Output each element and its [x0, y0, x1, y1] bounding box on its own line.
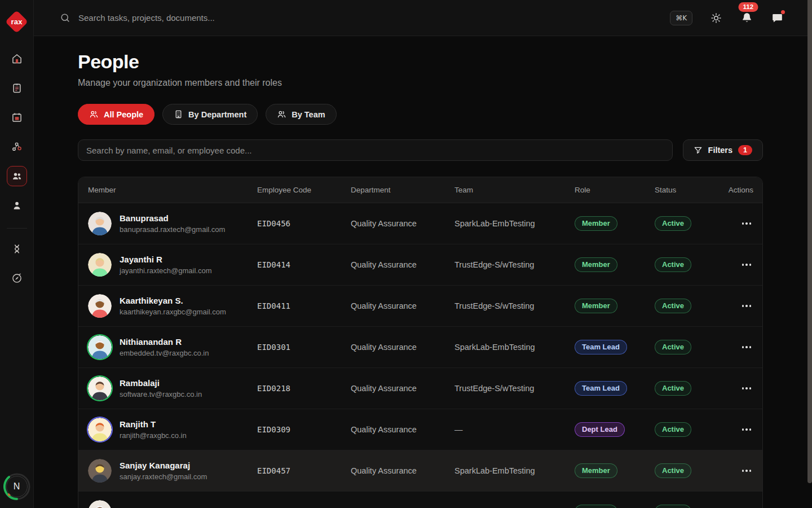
table-header: Member Employee Code Department Team Rol… — [78, 177, 762, 203]
sidebar-item-calendar[interactable] — [5, 105, 29, 130]
user-initial: N — [6, 476, 28, 497]
sidebar-user-avatar[interactable]: N — [2, 472, 32, 501]
table-row[interactable]: Kaarthikeyan S. kaarthikeyan.raxgbc@gmai… — [78, 286, 762, 327]
table-toolbar: Filters 1 — [78, 139, 763, 161]
table-row[interactable]: Jayanthi R jayanthi.raxtech@gmail.com EI… — [78, 244, 762, 286]
team: TrustEdge-S/wTesting — [454, 260, 575, 269]
people-icon — [277, 110, 286, 119]
member-name: Rambalaji — [120, 378, 202, 388]
messages-button[interactable] — [770, 11, 784, 25]
tab-all-people[interactable]: All People — [78, 104, 155, 125]
member-cell: Banuprasad banuprasad.raxtech@gmail.com — [88, 212, 257, 235]
member-identity: Kaarthikeyan S. kaarthikeyan.raxgbc@gmai… — [120, 296, 226, 316]
page-title: People — [78, 51, 812, 73]
member-cell: Subash Kumar — [88, 500, 257, 508]
employee-code: EID0411 — [257, 301, 351, 310]
dna-icon — [11, 243, 23, 255]
member-name: Nithianandan R — [120, 337, 209, 347]
table-row[interactable]: Nithianandan R embedded.tv@raxgbc.co.in … — [78, 327, 762, 368]
sidebar-item-goals[interactable] — [5, 266, 29, 291]
member-identity: Nithianandan R embedded.tv@raxgbc.co.in — [120, 337, 209, 357]
table-row[interactable]: Ranjith T ranjith@raxgbc.co.in EID0309 Q… — [78, 409, 762, 450]
member-name: Ranjith T — [120, 419, 187, 429]
team: SparkLab-EmbTesting — [454, 343, 575, 352]
employee-code: EID0456 — [257, 219, 351, 228]
employee-code: EID0218 — [257, 384, 351, 393]
global-search — [60, 12, 315, 23]
team: TrustEdge-S/wTesting — [454, 384, 575, 393]
member-email: ranjith@raxgbc.co.in — [120, 431, 187, 440]
message-unread-dot — [781, 10, 785, 14]
avatar — [88, 418, 112, 441]
tab-by-team[interactable]: By Team — [266, 104, 336, 125]
role-badge: Member — [575, 299, 617, 314]
member-cell: Sanjay Kanagaraj sanjay.raxtech@gmail.co… — [88, 459, 257, 483]
member-email: kaarthikeyan.raxgbc@gmail.com — [120, 308, 226, 316]
sun-icon — [710, 12, 722, 24]
status-badge: Active — [655, 463, 691, 479]
member-identity: Jayanthi R jayanthi.raxtech@gmail.com — [120, 255, 211, 275]
row-actions-button[interactable] — [740, 218, 754, 229]
department: Quality Assurance — [351, 260, 454, 269]
avatar — [88, 500, 112, 508]
row-actions-button[interactable] — [740, 383, 754, 394]
row-actions-button[interactable] — [740, 341, 754, 353]
team: SparkLab-EmbTesting — [454, 466, 575, 475]
table-row[interactable]: Sanjay Kanagaraj sanjay.raxtech@gmail.co… — [78, 450, 762, 492]
row-actions-button[interactable] — [740, 259, 754, 270]
notifications-button[interactable]: 112 — [740, 11, 753, 25]
sidebar-item-tasks[interactable] — [5, 76, 29, 100]
department: Quality Assurance — [351, 425, 454, 434]
app-logo[interactable]: rax — [6, 10, 28, 33]
table-row[interactable]: Subash Kumar EID0442 Quality Assurance T… — [78, 492, 762, 508]
people-icon — [11, 170, 23, 182]
department: Quality Assurance — [351, 301, 454, 310]
column-header-department: Department — [351, 186, 454, 194]
funnel-icon — [694, 146, 703, 155]
calendar-icon — [11, 112, 23, 123]
theme-toggle-button[interactable] — [709, 11, 723, 25]
status-badge: Active — [655, 257, 691, 273]
column-header-role: Role — [575, 186, 655, 194]
member-email: banuprasad.raxtech@gmail.com — [120, 225, 225, 234]
sidebar-item-workflow[interactable] — [5, 134, 29, 159]
column-header-team: Team — [454, 186, 575, 194]
logo-text: rax — [11, 17, 22, 26]
status-badge: Active — [655, 505, 691, 508]
people-icon — [89, 110, 99, 119]
row-actions-button[interactable] — [740, 465, 754, 476]
keyboard-shortcut-chip[interactable]: ⌘K — [670, 11, 692, 25]
member-name: Banuprasad — [120, 213, 225, 223]
table-row[interactable]: Rambalaji software.tv@raxgbc.co.in EID02… — [78, 368, 762, 409]
column-header-actions: Actions — [717, 186, 753, 194]
global-search-input[interactable] — [78, 13, 315, 23]
member-email: software.tv@raxgbc.co.in — [120, 390, 202, 398]
sidebar-item-pipelines[interactable] — [5, 237, 29, 261]
filters-button[interactable]: Filters 1 — [683, 139, 763, 161]
clipboard-icon — [11, 82, 23, 94]
topbar: ⌘K 112 — [34, 0, 812, 36]
employee-code: EID0457 — [257, 466, 351, 475]
member-identity: Sanjay Kanagaraj sanjay.raxtech@gmail.co… — [120, 461, 207, 481]
sidebar-item-profile[interactable] — [5, 193, 29, 218]
status-badge: Active — [655, 422, 691, 437]
column-header-code: Employee Code — [257, 186, 351, 194]
people-search-input[interactable] — [86, 146, 664, 155]
table-row[interactable]: Banuprasad banuprasad.raxtech@gmail.com … — [78, 203, 762, 244]
member-identity: Rambalaji software.tv@raxgbc.co.in — [120, 378, 202, 398]
member-email: jayanthi.raxtech@gmail.com — [120, 266, 211, 275]
employee-code: EID0414 — [257, 260, 351, 269]
scrollbar-thumb[interactable] — [807, 0, 812, 483]
row-actions-button[interactable] — [740, 424, 754, 435]
department: Quality Assurance — [351, 343, 454, 352]
tab-by-department[interactable]: By Department — [162, 104, 258, 125]
sidebar-item-people[interactable] — [7, 166, 27, 186]
member-email: sanjay.raxtech@gmail.com — [120, 472, 207, 481]
tab-label: By Team — [292, 110, 325, 119]
team: — — [454, 425, 575, 434]
member-name: Sanjay Kanagaraj — [120, 461, 207, 470]
sidebar-item-home[interactable] — [5, 46, 29, 71]
search-icon — [60, 12, 70, 23]
row-actions-button[interactable] — [740, 300, 754, 312]
page-scrollbar[interactable] — [807, 0, 812, 508]
